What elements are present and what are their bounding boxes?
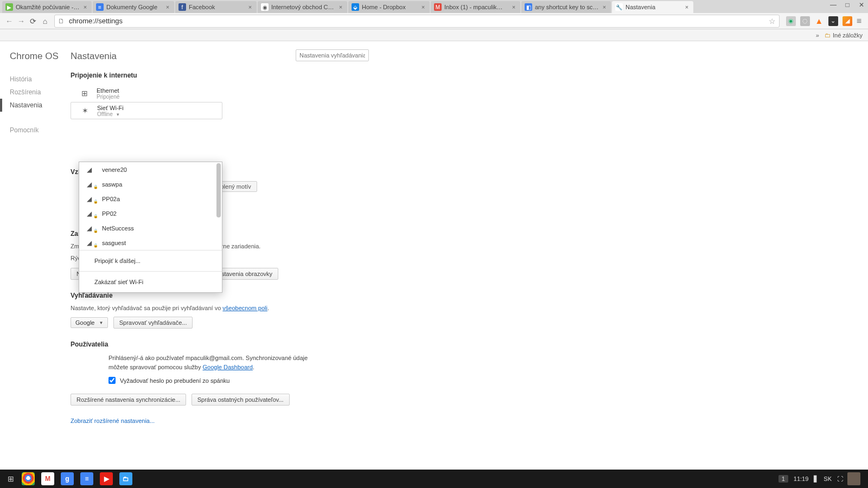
- scrollbar-thumb[interactable]: [216, 163, 221, 217]
- wifi-network-name: saswpa: [102, 181, 122, 188]
- reload-button[interactable]: ⟳: [27, 15, 39, 27]
- shelf-app-files[interactable]: 🗀: [116, 471, 136, 486]
- window-controls: — □ ✕: [829, 1, 866, 9]
- tab-close-icon[interactable]: ×: [164, 4, 171, 10]
- other-bookmarks[interactable]: Iné záložky: [833, 32, 863, 38]
- folder-icon: 🗀: [825, 32, 831, 38]
- wifi-network-item[interactable]: ◢🔒 NetSuccess: [79, 221, 222, 235]
- ext-icon-5[interactable]: ◢: [843, 16, 852, 26]
- search-engine-select[interactable]: Google▼: [71, 317, 108, 328]
- settings-sidebar: Chrome OS História Rozšírenia Nastavenia…: [0, 41, 71, 470]
- wifi-disable[interactable]: Zakázať sieť Wi-Fi: [79, 272, 222, 292]
- shelf-app-docs[interactable]: ≡: [77, 471, 97, 486]
- tab-favicon: ◧: [525, 3, 532, 11]
- browser-tabstrip: ▶ Okamžité počúvanie - Hu ×≡ Dokumenty G…: [0, 0, 868, 13]
- ethernet-row[interactable]: ⊞ Ethernet Pripojené: [71, 85, 369, 102]
- wifi-network-name: PP02a: [102, 196, 120, 202]
- browser-tab[interactable]: 🔧 Nastavenia ×: [612, 1, 693, 13]
- lock-icon: 🔒: [93, 229, 98, 233]
- tab-favicon: M: [434, 3, 442, 11]
- manage-other-users-button[interactable]: Správa ostatných používateľov...: [192, 394, 290, 406]
- tab-close-icon[interactable]: ×: [337, 4, 344, 10]
- require-password-label: Vyžadovať heslo po prebudení zo spánku: [120, 377, 229, 384]
- browser-tab[interactable]: ▶ Okamžité počúvanie - Hu ×: [2, 1, 92, 13]
- forward-button[interactable]: →: [15, 15, 27, 27]
- section-search: Vyhľadávanie Nastavte, ktorý vyhľadávač …: [71, 292, 369, 329]
- sidebar-item-settings[interactable]: Nastavenia: [0, 99, 71, 112]
- tab-close-icon[interactable]: ×: [510, 4, 517, 10]
- tab-close-icon[interactable]: ×: [601, 4, 608, 10]
- browser-tab[interactable]: ◧ any shortcut key to scree ×: [521, 1, 611, 13]
- browser-tab[interactable]: ≡ Dokumenty Google ×: [93, 1, 174, 13]
- chevron-down-icon: ▾: [117, 112, 119, 117]
- browser-tab[interactable]: f Facebook ×: [175, 1, 257, 13]
- settings-search-input[interactable]: [296, 49, 369, 61]
- omnibox[interactable]: 🗋 ☆: [54, 15, 780, 28]
- lock-icon: 🔒: [93, 185, 98, 189]
- shelf-app-youtube[interactable]: ▶: [97, 471, 116, 486]
- home-button[interactable]: ⌂: [39, 15, 51, 27]
- system-tray[interactable]: 1 11:19 ▋ SK ⛶: [778, 472, 865, 485]
- tab-close-icon[interactable]: ×: [247, 4, 253, 10]
- tab-title: Home - Dropbox: [362, 4, 418, 10]
- ext-icon-1[interactable]: ◉: [786, 16, 796, 26]
- back-button[interactable]: ←: [3, 15, 15, 27]
- section-heading-search: Vyhľadávanie: [71, 292, 369, 299]
- notification-count[interactable]: 1: [778, 475, 788, 483]
- section-heading-internet: Pripojenie k internetu: [71, 72, 369, 79]
- wifi-off-icon: ✶: [79, 104, 92, 117]
- shelf-app-chrome[interactable]: [18, 471, 38, 486]
- ext-icon-4[interactable]: ⌄: [828, 16, 838, 26]
- wifi-network-name: NetSuccess: [102, 225, 134, 232]
- url-input[interactable]: [69, 17, 767, 25]
- wifi-row[interactable]: ✶ Sieť Wi-Fi Offline ▾: [71, 102, 222, 119]
- show-advanced-link[interactable]: Zobraziť rozšírené nastavenia...: [71, 418, 369, 424]
- wifi-network-item[interactable]: ◢🔒 PP02a: [79, 191, 222, 206]
- omnibox-help-link[interactable]: všeobecnom poli: [222, 305, 267, 311]
- chevron-down-icon: ▼: [99, 320, 103, 325]
- tab-title: Facebook: [189, 4, 245, 10]
- ext-icon-3[interactable]: ▲: [814, 16, 824, 26]
- wifi-network-item[interactable]: ◢🔒 sasguest: [79, 235, 222, 250]
- sidebar-item-help[interactable]: Pomocník: [10, 124, 71, 137]
- manage-search-engines-button[interactable]: Spravovať vyhľadávače...: [113, 317, 193, 329]
- ext-icon-2[interactable]: ◌: [800, 16, 810, 26]
- bookmarks-bar: » 🗀 Iné záložky: [0, 29, 868, 41]
- tab-title: Okamžité počúvanie - Hu: [16, 4, 80, 10]
- tray-network-icon: ▋: [814, 476, 818, 483]
- shelf-app-gmail[interactable]: M: [38, 471, 58, 486]
- shelf-app-google[interactable]: g: [58, 471, 77, 486]
- wifi-network-item[interactable]: ◢🔒 PP02: [79, 206, 222, 221]
- ethernet-status: Pripojené: [97, 94, 119, 100]
- app-launcher-icon[interactable]: ⊞: [3, 471, 18, 486]
- wifi-network-item[interactable]: ◢🔒 saswpa: [79, 177, 222, 191]
- window-minimize[interactable]: —: [829, 1, 838, 9]
- shelf: ⊞ M g ≡ ▶ 🗀 1 11:19 ▋ SK ⛶: [0, 470, 868, 488]
- tray-fullscreen-icon[interactable]: ⛶: [837, 476, 842, 482]
- browser-tab[interactable]: ◉ Internetový obchod Chro ×: [258, 1, 347, 13]
- window-close[interactable]: ✕: [857, 1, 866, 9]
- section-users: Používatelia Prihlásený/-á ako používate…: [71, 341, 369, 406]
- require-password-checkbox[interactable]: [108, 377, 116, 384]
- browser-tab[interactable]: M Inbox (1) - mpaculik@gm ×: [431, 1, 520, 13]
- tray-avatar[interactable]: [847, 472, 860, 485]
- tab-title: Inbox (1) - mpaculik@gm: [444, 4, 508, 10]
- browser-tab[interactable]: ⬙ Home - Dropbox ×: [348, 1, 430, 13]
- chrome-menu-icon[interactable]: ≡: [857, 16, 861, 26]
- bookmark-star-icon[interactable]: ☆: [769, 17, 776, 25]
- sync-advanced-button[interactable]: Rozšírené nastavenia synchronizácie...: [71, 394, 186, 406]
- tab-close-icon[interactable]: ×: [82, 4, 88, 10]
- google-dashboard-link[interactable]: Google Dashboard: [203, 364, 253, 370]
- ethernet-icon: ⊞: [78, 87, 91, 100]
- sidebar-item-history[interactable]: História: [10, 73, 71, 86]
- wifi-network-item[interactable]: ◢ venere20: [79, 162, 222, 177]
- bookmarks-overflow-icon[interactable]: »: [816, 32, 819, 38]
- tab-close-icon[interactable]: ×: [420, 4, 426, 10]
- search-description: Nastavte, ktorý vyhľadávač sa použije pr…: [71, 305, 369, 311]
- wifi-connect-other[interactable]: Pripojiť k ďalšej...: [79, 251, 222, 271]
- wifi-label: Sieť Wi-Fi: [97, 105, 124, 111]
- sidebar-item-extensions[interactable]: Rozšírenia: [10, 86, 71, 99]
- window-maximize[interactable]: □: [843, 1, 852, 9]
- wifi-network-name: PP02: [102, 210, 117, 217]
- tab-close-icon[interactable]: ×: [684, 4, 690, 10]
